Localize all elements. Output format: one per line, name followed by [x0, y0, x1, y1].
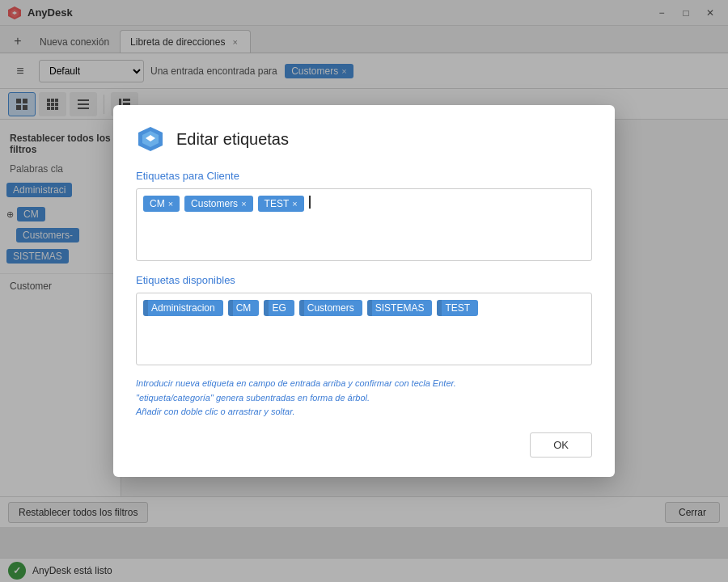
tag-test-label: TEST [265, 198, 290, 209]
current-tag-cm[interactable]: CM × [143, 196, 180, 212]
available-tags-area: Administracion CM EG Customers SISTEMAS … [136, 293, 592, 365]
tag-customers-label: Customers [191, 198, 238, 209]
available-tag-eg[interactable]: EG [264, 300, 294, 316]
modal-hint: Introducir nueva etiqueta en campo de en… [136, 377, 592, 420]
modal-footer: OK [136, 432, 592, 458]
current-tag-test[interactable]: TEST × [258, 196, 304, 212]
tag-cm-close[interactable]: × [168, 199, 173, 209]
available-tag-test[interactable]: TEST [437, 300, 478, 316]
modal-logo-icon [136, 124, 165, 154]
current-tags-input-area[interactable]: CM × Customers × TEST × [136, 188, 592, 261]
available-tag-cm[interactable]: CM [228, 300, 260, 316]
edit-tags-modal: Editar etiquetas Etiquetas para Cliente … [113, 105, 615, 477]
modal-header: Editar etiquetas [136, 124, 592, 154]
tag-customers-close[interactable]: × [241, 199, 246, 209]
available-tag-customers[interactable]: Customers [299, 300, 362, 316]
modal-title: Editar etiquetas [176, 130, 289, 149]
tag-test-close[interactable]: × [292, 199, 297, 209]
current-tag-customers[interactable]: Customers × [184, 196, 252, 212]
modal-overlay: Editar etiquetas Etiquetas para Cliente … [0, 0, 728, 582]
ok-button[interactable]: OK [530, 432, 592, 458]
available-tags-label: Etiquetas disponibles [136, 274, 592, 286]
current-tags-label: Etiquetas para Cliente [136, 170, 592, 182]
tag-cm-label: CM [150, 198, 165, 209]
text-cursor [309, 196, 311, 209]
available-tag-administracion[interactable]: Administracion [143, 300, 223, 316]
available-tag-sistemas[interactable]: SISTEMAS [367, 300, 433, 316]
